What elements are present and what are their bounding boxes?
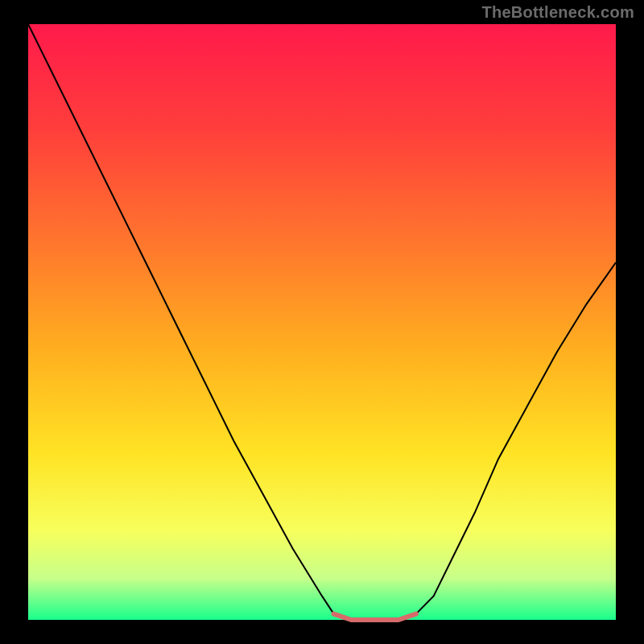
chart-stage: TheBottleneck.com [0, 0, 644, 644]
bottleneck-chart [0, 0, 644, 644]
plot-background [28, 24, 616, 620]
watermark-text: TheBottleneck.com [481, 3, 634, 22]
